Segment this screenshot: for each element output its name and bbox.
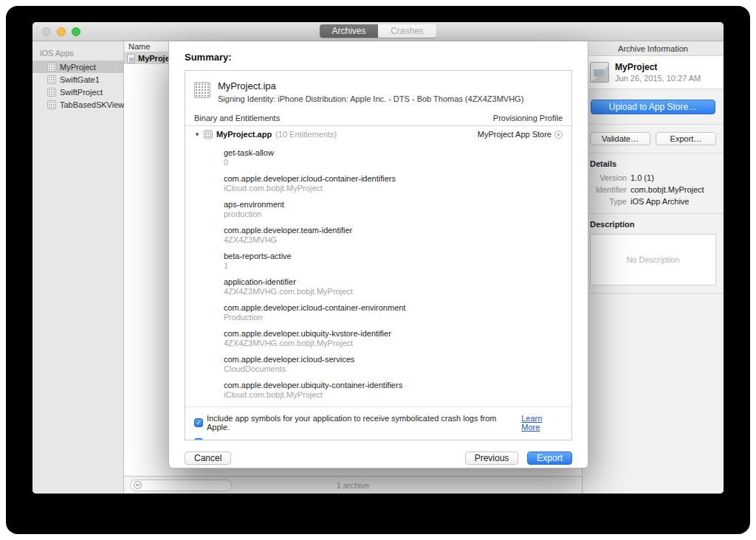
no-description-label: No Description xyxy=(626,255,679,264)
entitlement-key: com.apple.developer.icloud-container-ide… xyxy=(224,174,563,183)
option-label: Include app symbols for your application… xyxy=(207,414,518,432)
sidebar-item-label: MyProject xyxy=(60,63,96,72)
archive-name: MyProject xyxy=(615,62,701,72)
detail-label: Version xyxy=(590,173,627,182)
sidebar-group-header: iOS Apps xyxy=(32,47,123,60)
tab-archives[interactable]: Archives xyxy=(320,24,378,38)
app-binary-name: MyProject.app xyxy=(216,130,272,139)
package-name: MyProject.ipa xyxy=(218,80,523,91)
include-app-symbols-option[interactable]: ✓ Include app symbols for your applicati… xyxy=(194,414,563,432)
description-header: Description xyxy=(590,220,716,229)
entitlement-item: com.apple.developer.team-identifier 4ZX4… xyxy=(224,226,563,244)
app-icon xyxy=(47,88,56,97)
profile-gear-icon[interactable] xyxy=(554,131,563,139)
app-icon xyxy=(47,75,56,84)
entitlement-value: CloudDocuments xyxy=(224,364,563,373)
learn-more-link[interactable]: Learn More xyxy=(521,414,563,432)
window-toolbar: Archives Crashes xyxy=(32,22,724,41)
provisioning-profile-name: MyProject App Store xyxy=(478,130,551,139)
screenshot-stage: Archives Crashes iOS Apps MyProject Swif… xyxy=(0,0,756,540)
include-bitcode-option[interactable]: ✓ Include bitcode. Learn More xyxy=(194,438,563,440)
traffic-lights xyxy=(42,27,80,36)
organizer-window: Archives Crashes iOS Apps MyProject Swif… xyxy=(32,22,724,494)
app-icon xyxy=(204,130,213,139)
inspector-title: Archive Information xyxy=(583,41,724,56)
checkbox-checked-icon[interactable]: ✓ xyxy=(194,418,203,427)
details-section: Details Version 1.0 (1) Identifier com.b… xyxy=(583,153,724,213)
entitlement-key: aps-environment xyxy=(224,200,563,209)
zoom-button[interactable] xyxy=(72,27,80,36)
apps-sidebar: iOS Apps MyProject SwiftGate1 SwiftProje… xyxy=(32,41,124,494)
entitlement-value: 1 xyxy=(224,261,563,270)
close-button[interactable] xyxy=(42,27,51,36)
sheet-footer: Cancel Previous Export xyxy=(185,451,572,465)
app-icon xyxy=(194,82,210,98)
validate-button[interactable]: Validate… xyxy=(590,132,650,145)
app-icon xyxy=(47,100,56,109)
entitlement-count: (10 Entitlements) xyxy=(275,130,337,139)
detail-value-version: 1.0 (1) xyxy=(630,173,716,182)
entitlement-key: com.apple.developer.ubiquity-kvstore-ide… xyxy=(224,329,563,338)
sidebar-item-label: SwiftProject xyxy=(60,88,103,97)
description-box[interactable]: No Description xyxy=(590,234,716,285)
archive-doc-icon xyxy=(127,54,135,63)
sidebar-item-myproject[interactable]: MyProject xyxy=(32,60,123,73)
archive-inspector: Archive Information MyProject Jun 26, 20… xyxy=(582,41,724,494)
sidebar-item-label: SwiftGate1 xyxy=(60,75,100,84)
disclosure-triangle-icon[interactable]: ▼ xyxy=(194,131,200,138)
binary-entitlements-header: Binary and Entitlements xyxy=(194,114,280,122)
entitlement-value: iCloud.com.bobjt.MyProject xyxy=(224,390,563,399)
sidebar-item-label: TabBasedSKView… xyxy=(60,100,132,109)
status-bar: 1 archive xyxy=(124,476,582,494)
app-binary-row[interactable]: ▼ MyProject.app (10 Entitlements) MyProj… xyxy=(185,126,571,142)
tab-crashes[interactable]: Crashes xyxy=(378,24,436,38)
package-header: MyProject.ipa Signing Identity: iPhone D… xyxy=(185,71,571,112)
detail-value-identifier: com.bobjt.MyProject xyxy=(630,185,716,194)
entitlement-item: com.apple.developer.ubiquity-kvstore-ide… xyxy=(224,329,563,347)
archive-count-label: 1 archive xyxy=(124,481,582,490)
column-headers: Binary and Entitlements Provisioning Pro… xyxy=(185,112,571,126)
sidebar-item-tabbasedskview[interactable]: TabBasedSKView… xyxy=(32,98,123,111)
entitlement-key: application-identifier xyxy=(224,277,563,286)
divider xyxy=(583,124,724,125)
entitlement-item: get-task-allow 0 xyxy=(224,148,563,167)
entitlement-value: production xyxy=(224,210,563,218)
description-section: Description No Description xyxy=(583,214,724,293)
checkbox-checked-icon[interactable]: ✓ xyxy=(194,438,203,440)
upload-to-app-store-button[interactable]: Upload to App Store… xyxy=(591,100,715,114)
entitlement-value: 4ZX4Z3MVHG xyxy=(224,235,563,244)
entitlement-item: aps-environment production xyxy=(224,200,563,218)
export-archive-button[interactable]: Export… xyxy=(656,132,716,145)
entitlement-key: com.apple.developer.icloud-services xyxy=(224,355,563,364)
entitlement-item: application-identifier 4ZX4Z3MVHG.com.bo… xyxy=(224,277,563,296)
entitlement-key: com.apple.developer.icloud-container-env… xyxy=(224,303,563,312)
export-button[interactable]: Export xyxy=(527,451,572,465)
summary-box: MyProject.ipa Signing Identity: iPhone D… xyxy=(185,70,572,440)
entitlement-key: com.apple.developer.team-identifier xyxy=(224,226,563,235)
cancel-button[interactable]: Cancel xyxy=(185,451,231,465)
entitlement-item: com.apple.developer.icloud-container-ide… xyxy=(224,174,563,193)
detail-label: Identifier xyxy=(590,185,627,194)
entitlement-value: 0 xyxy=(224,158,563,167)
provisioning-profile-header: Provisioning Profile xyxy=(493,114,563,122)
option-label: Include bitcode. xyxy=(207,438,264,440)
entitlement-item: com.apple.developer.icloud-container-env… xyxy=(224,303,563,322)
entitlement-value: Production xyxy=(224,313,563,322)
archive-package-icon xyxy=(590,62,609,83)
divider xyxy=(583,293,724,294)
sidebar-item-swiftproject[interactable]: SwiftProject xyxy=(32,86,123,98)
details-header: Details xyxy=(590,159,716,168)
learn-more-link[interactable]: Learn More xyxy=(267,438,308,440)
entitlement-key: com.apple.developer.ubiquity-container-i… xyxy=(224,381,563,390)
detail-value-type: iOS App Archive xyxy=(630,197,716,206)
entitlement-value: iCloud.com.bobjt.MyProject xyxy=(224,184,563,193)
export-options: ✓ Include app symbols for your applicati… xyxy=(185,407,571,440)
entitlement-key: beta-reports-active xyxy=(224,252,563,260)
previous-button[interactable]: Previous xyxy=(465,451,519,465)
sidebar-item-swiftgate1[interactable]: SwiftGate1 xyxy=(32,73,123,86)
archive-info-row: MyProject Jun 26, 2015, 10:27 AM xyxy=(583,56,724,89)
entitlement-value: 4ZX4Z3MVHG.com.bobjt.MyProject xyxy=(224,339,563,347)
entitlement-key: get-task-allow xyxy=(224,148,563,157)
minimize-button[interactable] xyxy=(57,27,66,36)
entitlements-list: get-task-allow 0 com.apple.developer.icl… xyxy=(185,142,571,406)
